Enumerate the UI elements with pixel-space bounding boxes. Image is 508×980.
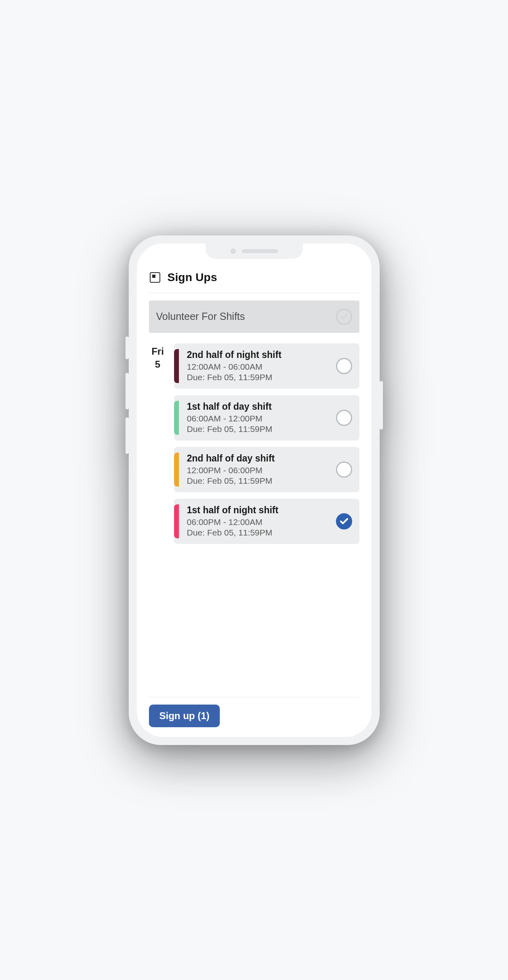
shift-title: 2nd half of day shift [187, 453, 329, 464]
shift-color-stripe [174, 453, 179, 487]
shift-time: 06:00PM - 12:00AM [187, 517, 329, 527]
shift-color-stripe [174, 401, 179, 435]
shift-select-radio[interactable] [336, 513, 352, 529]
date-label: Fri 5 [149, 343, 167, 544]
shift-color-stripe [174, 349, 179, 383]
phone-frame: Sign Ups Volunteer For Shifts Fri 5 [129, 235, 380, 745]
shift-time: 06:00AM - 12:00PM [187, 414, 329, 423]
shift-color-stripe [174, 504, 179, 538]
shift-time: 12:00PM - 06:00PM [187, 466, 329, 475]
phone-side-button [380, 381, 383, 430]
section-header[interactable]: Volunteer For Shifts [149, 301, 359, 333]
speaker-icon [242, 249, 278, 253]
section-title: Volunteer For Shifts [156, 311, 245, 322]
signups-app-icon [150, 272, 160, 283]
phone-side-button [125, 337, 129, 359]
date-weekday: Fri [149, 345, 167, 358]
shift-title: 1st half of day shift [187, 401, 329, 412]
footer-bar: Sign up (1) [149, 697, 359, 727]
phone-side-button [125, 417, 129, 454]
shift-due: Due: Feb 05, 11:59PM [187, 528, 329, 538]
camera-dot-icon [230, 248, 236, 254]
signup-button[interactable]: Sign up (1) [149, 705, 220, 727]
app-screen: Sign Ups Volunteer For Shifts Fri 5 [137, 243, 372, 737]
shift-time: 12:00AM - 06:00AM [187, 362, 329, 372]
shift-title: 1st half of night shift [187, 505, 329, 516]
shift-title: 2nd half of night shift [187, 349, 329, 360]
date-day: 5 [149, 358, 167, 371]
app-header: Sign Ups [149, 269, 359, 293]
day-block: Fri 5 2nd half of night shift 12:00AM - … [149, 343, 359, 544]
phone-screen-bezel: Sign Ups Volunteer For Shifts Fri 5 [137, 243, 372, 737]
shift-list: 2nd half of night shift 12:00AM - 06:00A… [174, 343, 359, 544]
section-checkmark-icon [336, 309, 352, 325]
shift-select-radio[interactable] [336, 461, 352, 478]
phone-side-button [125, 373, 129, 409]
shift-item[interactable]: 1st half of day shift 06:00AM - 12:00PM … [174, 395, 359, 440]
shift-item[interactable]: 2nd half of day shift 12:00PM - 06:00PM … [174, 447, 359, 492]
page-title: Sign Ups [168, 271, 217, 284]
shift-select-radio[interactable] [336, 410, 352, 426]
shift-item[interactable]: 2nd half of night shift 12:00AM - 06:00A… [174, 343, 359, 389]
shift-select-radio[interactable] [336, 358, 352, 374]
shift-item[interactable]: 1st half of night shift 06:00PM - 12:00A… [174, 499, 359, 544]
shift-due: Due: Feb 05, 11:59PM [187, 373, 329, 382]
shift-due: Due: Feb 05, 11:59PM [187, 476, 329, 486]
phone-notch [206, 243, 303, 259]
shift-due: Due: Feb 05, 11:59PM [187, 424, 329, 434]
